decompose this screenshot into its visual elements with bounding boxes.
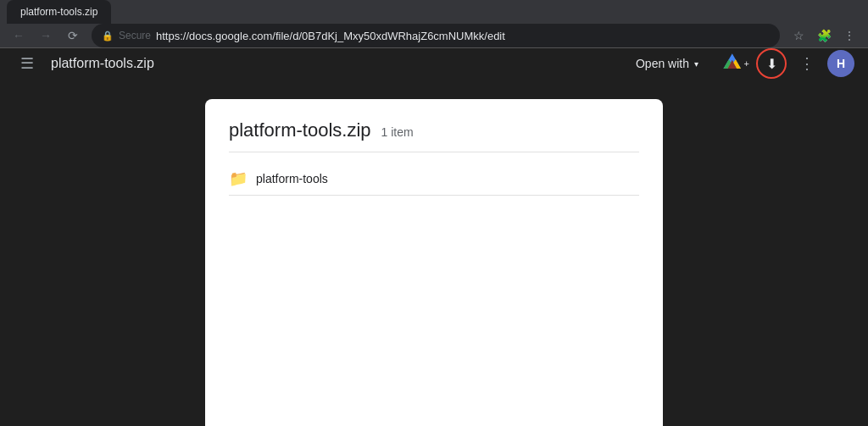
app-toolbar-right: + ⬇ ⋮ H: [722, 48, 854, 79]
download-button[interactable]: ⬇: [756, 48, 787, 79]
avatar-initial: H: [837, 57, 845, 70]
address-bar[interactable]: 🔒 Secure https://docs.google.com/file/d/…: [92, 24, 780, 47]
drive-icon: [722, 53, 743, 74]
file-viewer-title: platform-tools.zip: [229, 119, 371, 141]
chrome-menu-button[interactable]: ⋮: [837, 24, 861, 47]
extensions-icon: 🧩: [817, 29, 832, 42]
folder-name: platform-tools: [256, 172, 328, 185]
toolbar-actions: ☆ 🧩 ⋮: [787, 24, 861, 47]
chevron-down-icon: ▾: [694, 59, 698, 69]
forward-icon: →: [40, 29, 52, 42]
item-count: 1 item: [381, 125, 414, 139]
open-with-label: Open with: [636, 57, 689, 70]
reload-button[interactable]: ⟳: [61, 24, 85, 47]
browser-frame: platform-tools.zip ← → ⟳ 🔒 Secure https:…: [0, 0, 868, 426]
extensions-button[interactable]: 🧩: [812, 24, 836, 47]
chrome-menu-icon: ⋮: [843, 29, 855, 42]
more-options-button[interactable]: ⋮: [793, 50, 821, 77]
app-toolbar: ☰ platform-tools.zip Open with ▾ + ⬇: [0, 48, 868, 79]
drive-logo[interactable]: +: [722, 50, 749, 77]
nav-toolbar: ← → ⟳ 🔒 Secure https://docs.google.com/f…: [0, 24, 868, 48]
back-button[interactable]: ←: [7, 24, 31, 47]
main-content: platform-tools.zip 1 item 📁 platform-too…: [0, 79, 868, 426]
open-with-button[interactable]: Open with ▾: [622, 50, 712, 77]
more-options-icon: ⋮: [799, 54, 815, 73]
tab-label: platform-tools.zip: [20, 6, 97, 18]
drive-plus-icon: +: [744, 58, 749, 69]
active-tab[interactable]: platform-tools.zip: [7, 0, 111, 24]
file-header: platform-tools.zip 1 item: [229, 119, 639, 152]
user-avatar[interactable]: H: [827, 50, 854, 77]
back-icon: ←: [13, 29, 25, 42]
folder-icon: 📁: [229, 169, 248, 188]
reload-icon: ⟳: [68, 29, 78, 42]
hamburger-icon: ☰: [20, 54, 34, 73]
bookmark-icon: ☆: [793, 29, 804, 42]
file-name-label: platform-tools.zip: [51, 56, 612, 71]
secure-label: Secure: [119, 30, 151, 41]
tab-bar: platform-tools.zip: [0, 0, 868, 24]
download-icon: ⬇: [766, 56, 777, 72]
hamburger-button[interactable]: ☰: [14, 50, 41, 77]
list-item[interactable]: 📁 platform-tools: [229, 163, 639, 196]
file-viewer: platform-tools.zip 1 item 📁 platform-too…: [205, 99, 663, 426]
url-text: https://docs.google.com/file/d/0B7dKj_Mx…: [156, 30, 770, 42]
lock-icon: 🔒: [102, 30, 114, 41]
bookmark-button[interactable]: ☆: [787, 24, 810, 47]
forward-button[interactable]: →: [34, 24, 58, 47]
